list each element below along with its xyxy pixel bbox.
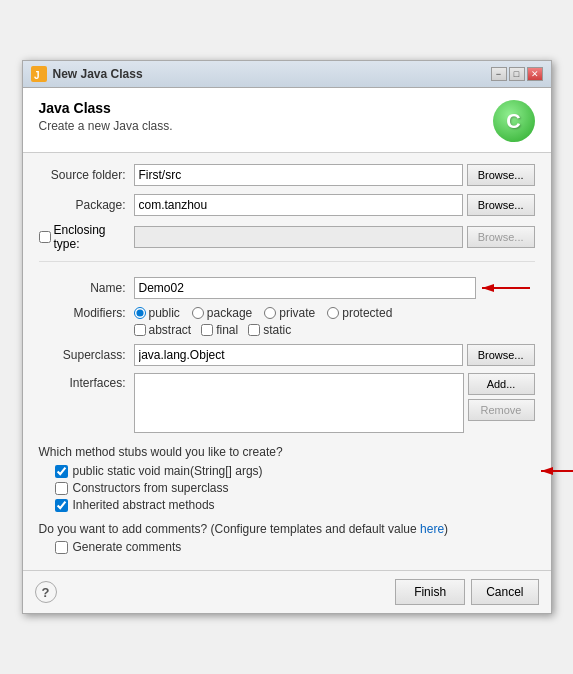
name-arrow-annotation — [476, 279, 531, 297]
source-folder-input[interactable] — [134, 164, 463, 186]
svg-text:J: J — [34, 70, 40, 81]
maximize-button[interactable]: □ — [509, 67, 525, 81]
stub-constructors[interactable]: Constructors from superclass — [55, 481, 535, 495]
minimize-button[interactable]: − — [491, 67, 507, 81]
dialog-footer: ? Finish Cancel — [23, 570, 551, 613]
form-content: Source folder: Browse... Package: Browse… — [23, 153, 551, 564]
name-input[interactable] — [134, 277, 476, 299]
help-button[interactable]: ? — [35, 581, 57, 603]
dialog-window: J New Java Class − □ ✕ Java Class Create… — [22, 60, 552, 614]
modifier-public-radio[interactable]: public — [134, 306, 180, 320]
interfaces-listbox[interactable] — [134, 373, 464, 433]
title-bar: J New Java Class − □ ✕ — [23, 61, 551, 88]
modifier-package-radio[interactable]: package — [192, 306, 252, 320]
enclosing-row: Enclosing type: Browse... — [39, 223, 535, 251]
name-label: Name: — [39, 281, 134, 295]
superclass-input[interactable] — [134, 344, 463, 366]
enclosing-input[interactable] — [134, 226, 463, 248]
enclosing-label-text: Enclosing type: — [54, 223, 126, 251]
header-title: Java Class — [39, 100, 173, 116]
modifiers-label: Modifiers: — [39, 306, 134, 320]
comments-section: Do you want to add comments? (Configure … — [39, 522, 535, 554]
generate-comments-check[interactable]: Generate comments — [55, 540, 535, 554]
dialog-title: New Java Class — [53, 67, 143, 81]
enclosing-browse-button[interactable]: Browse... — [467, 226, 535, 248]
stubs-question: Which method stubs would you like to cre… — [39, 445, 535, 459]
source-folder-browse-button[interactable]: Browse... — [467, 164, 535, 186]
main-arrow-annotation — [535, 462, 574, 480]
comments-question: Do you want to add comments? (Configure … — [39, 522, 535, 536]
modifier-final-check[interactable]: final — [201, 323, 238, 337]
modifiers-row: Modifiers: public package private — [39, 306, 535, 337]
add-interface-button[interactable]: Add... — [468, 373, 535, 395]
name-row: Name: — [39, 276, 535, 300]
header-section: Java Class Create a new Java class. C — [23, 88, 551, 153]
source-folder-row: Source folder: Browse... — [39, 163, 535, 187]
package-label: Package: — [39, 198, 134, 212]
package-browse-button[interactable]: Browse... — [467, 194, 535, 216]
package-row: Package: Browse... — [39, 193, 535, 217]
stubs-section: Which method stubs would you like to cre… — [39, 445, 535, 512]
modifier-protected-radio[interactable]: protected — [327, 306, 392, 320]
interfaces-label: Interfaces: — [39, 373, 134, 390]
stub-inherited-abstract[interactable]: Inherited abstract methods — [55, 498, 535, 512]
close-button[interactable]: ✕ — [527, 67, 543, 81]
header-icon: C — [493, 100, 535, 142]
modifier-private-radio[interactable]: private — [264, 306, 315, 320]
header-subtitle: Create a new Java class. — [39, 119, 173, 133]
superclass-label: Superclass: — [39, 348, 134, 362]
remove-interface-button[interactable]: Remove — [468, 399, 535, 421]
modifier-static-check[interactable]: static — [248, 323, 291, 337]
stub-main-method[interactable]: public static void main(String[] args) — [55, 464, 535, 478]
enclosing-checkbox[interactable] — [39, 231, 51, 243]
package-input[interactable] — [134, 194, 463, 216]
java-title-icon: J — [31, 66, 47, 82]
superclass-browse-button[interactable]: Browse... — [467, 344, 535, 366]
modifier-abstract-check[interactable]: abstract — [134, 323, 192, 337]
interfaces-row: Interfaces: Add... Remove — [39, 373, 535, 433]
superclass-row: Superclass: Browse... — [39, 343, 535, 367]
source-folder-label: Source folder: — [39, 168, 134, 182]
cancel-button[interactable]: Cancel — [471, 579, 538, 605]
comments-here-link[interactable]: here — [420, 522, 444, 536]
finish-button[interactable]: Finish — [395, 579, 465, 605]
